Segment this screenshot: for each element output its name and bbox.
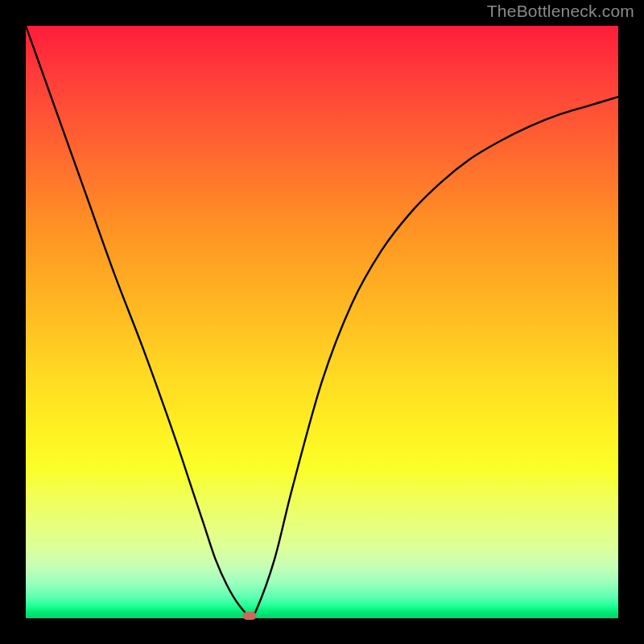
bottleneck-curve	[26, 26, 618, 618]
plot-area	[26, 26, 618, 618]
watermark-text: TheBottleneck.com	[487, 2, 634, 21]
chart-container: TheBottleneck.com	[0, 0, 644, 644]
optimum-marker	[243, 612, 257, 620]
